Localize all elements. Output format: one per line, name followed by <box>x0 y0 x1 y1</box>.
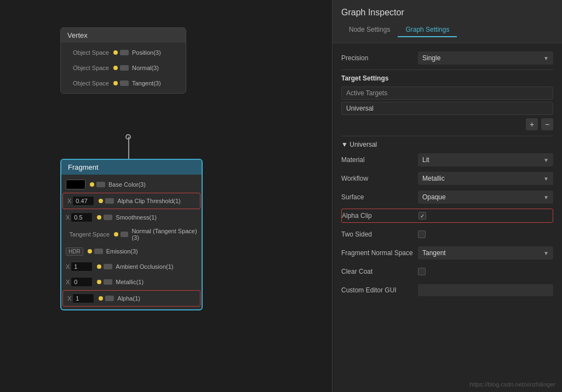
vertex-port-normal-label: Object Space <box>65 65 109 71</box>
vertex-node-body: Object Space Position(3) Object Space No… <box>61 43 186 93</box>
fragment-port-alphaclip-dot <box>99 199 103 203</box>
material-row: Material Lit Unlit ▼ <box>341 153 553 167</box>
custom-editor-label: Custom Editor GUI <box>341 286 418 294</box>
fragment-port-normal: Tangent Space Normal (Tangent Space)(3) <box>61 225 202 244</box>
precision-row: Precision Single Half ▼ <box>341 51 553 65</box>
vertex-port-tangent-name: Tangent(3) <box>132 80 161 87</box>
vertex-port-tangent-connector <box>120 80 129 86</box>
remove-target-button[interactable]: − <box>541 118 553 130</box>
vertex-node: Vertex Object Space Position(3) Object S… <box>60 27 186 94</box>
vertex-port-tangent-dot <box>113 81 118 85</box>
precision-dropdown[interactable]: Single Half <box>418 51 553 65</box>
fragment-port-basecolor-dot <box>90 182 94 187</box>
fragment-port-basecolor-name: Base Color(3) <box>108 181 146 188</box>
fragment-port-alphaclip: X Alpha Clip Threshold(1) <box>62 193 200 209</box>
vertex-port-position: Object Space Position(3) <box>61 45 186 60</box>
vertex-port-normal: Object Space Normal(3) <box>61 60 186 76</box>
alpha-clip-label: Alpha Clip <box>342 212 418 220</box>
material-dropdown-wrapper: Lit Unlit ▼ <box>418 153 553 166</box>
workflow-dropdown[interactable]: Metallic Specular <box>418 172 553 185</box>
alpha-x-label: X <box>67 295 71 302</box>
fragment-port-alpha-connector <box>105 296 114 301</box>
fragment-port-alpha-dot <box>99 296 103 301</box>
inspector-header: Graph Inspector Node Settings Graph Sett… <box>332 0 562 43</box>
surface-row: Surface Opaque Transparent ▼ <box>341 190 553 204</box>
inspector-body: Precision Single Half ▼ Target Settings … <box>332 43 562 392</box>
active-targets-box: Active Targets <box>341 87 553 100</box>
vertex-port-position-name: Position(3) <box>132 49 161 56</box>
surface-dropdown[interactable]: Opaque Transparent <box>418 191 553 204</box>
fragment-node: Fragment Base Color(3) X Alpha Clip Thre… <box>60 159 203 310</box>
hdr-badge: HDR <box>66 247 83 256</box>
metallic-input[interactable] <box>71 277 93 287</box>
ao-x-label: X <box>66 263 70 270</box>
clear-coat-row: Clear Coat <box>341 264 553 279</box>
clear-coat-label: Clear Coat <box>341 268 418 275</box>
basecolor-swatch[interactable] <box>66 180 85 189</box>
fragment-port-normal-connector <box>121 232 128 237</box>
surface-label: Surface <box>341 193 418 201</box>
fragment-port-normal-label: Tangent Space <box>66 231 110 238</box>
fragment-port-ao-connector <box>104 264 112 269</box>
alphaclip-input[interactable] <box>72 196 94 206</box>
alpha-input[interactable] <box>72 293 94 303</box>
vertex-port-normal-name: Normal(3) <box>132 65 159 71</box>
smoothness-x-label: X <box>66 214 70 221</box>
add-remove-row: + − <box>341 118 553 130</box>
add-target-button[interactable]: + <box>526 118 538 130</box>
inspector-panel: Graph Inspector Node Settings Graph Sett… <box>332 0 562 392</box>
vertex-port-tangent-label: Object Space <box>65 80 109 87</box>
main-container: Vertex Object Space Position(3) Object S… <box>0 0 562 392</box>
graph-area: Vertex Object Space Position(3) Object S… <box>0 0 332 392</box>
fragment-normal-row: Fragment Normal Space Tangent World Obje… <box>341 246 553 260</box>
inspector-tabs: Node Settings Graph Settings <box>341 23 553 37</box>
fragment-normal-dropdown[interactable]: Tangent World Object <box>418 246 553 260</box>
fragment-port-metallic-name: Metallic(1) <box>116 279 144 285</box>
vertex-port-position-label: Object Space <box>65 49 109 56</box>
fragment-port-emission-dot <box>88 249 92 253</box>
vertex-port-normal-connector <box>120 65 129 71</box>
fragment-node-header: Fragment <box>61 160 202 175</box>
fragment-port-smoothness-dot <box>97 215 101 220</box>
vertex-port-position-connector <box>120 50 129 55</box>
fragment-port-emission: HDR Emission(3) <box>61 244 202 259</box>
fragment-port-smoothness: X Smoothness(1) <box>61 210 202 225</box>
divider-1 <box>341 70 553 70</box>
tab-node-settings[interactable]: Node Settings <box>341 23 398 37</box>
fragment-port-metallic-connector <box>104 279 112 285</box>
custom-editor-row: Custom Editor GUI <box>341 283 553 297</box>
universal-box: Universal <box>341 102 553 115</box>
smoothness-input[interactable] <box>71 212 93 222</box>
fragment-node-title: Fragment <box>68 163 99 171</box>
fragment-node-body: Base Color(3) X Alpha Clip Threshold(1) … <box>61 175 202 309</box>
fragment-port-ao-name: Ambient Occlusion(1) <box>116 263 173 270</box>
fragment-port-metallic: X Metallic(1) <box>61 274 202 290</box>
two-sided-checkbox[interactable] <box>418 230 426 238</box>
alpha-clip-checkbox[interactable] <box>418 212 426 220</box>
fragment-port-ao: X Ambient Occlusion(1) <box>61 259 202 274</box>
alphaclip-x-label: X <box>67 198 71 204</box>
fragment-normal-dropdown-wrapper: Tangent World Object ▼ <box>418 246 553 260</box>
vertex-node-header: Vertex <box>61 28 186 43</box>
tab-graph-settings[interactable]: Graph Settings <box>398 23 457 37</box>
ao-input[interactable] <box>71 262 93 272</box>
watermark: https://blog.csdn.net/xinzhilinger <box>469 381 555 388</box>
fragment-port-smoothness-name: Smoothness(1) <box>116 214 157 221</box>
material-label: Material <box>341 156 418 164</box>
custom-editor-input[interactable] <box>418 284 553 296</box>
workflow-label: Workflow <box>341 175 418 182</box>
precision-dropdown-wrapper: Single Half ▼ <box>418 51 553 65</box>
connector-line <box>128 137 129 160</box>
vertex-port-normal-dot <box>113 66 118 70</box>
workflow-row: Workflow Metallic Specular ▼ <box>341 171 553 186</box>
fragment-port-alpha-name: Alpha(1) <box>117 295 140 302</box>
two-sided-label: Two Sided <box>341 230 418 238</box>
fragment-port-emission-connector <box>94 249 103 254</box>
fragment-port-basecolor: Base Color(3) <box>61 177 202 192</box>
vertex-node-title: Vertex <box>67 31 88 39</box>
fragment-port-metallic-dot <box>97 280 101 284</box>
clear-coat-checkbox[interactable] <box>418 268 426 275</box>
material-dropdown[interactable]: Lit Unlit <box>418 153 553 166</box>
metallic-x-label: X <box>66 279 70 285</box>
fragment-port-alphaclip-connector <box>105 198 114 204</box>
